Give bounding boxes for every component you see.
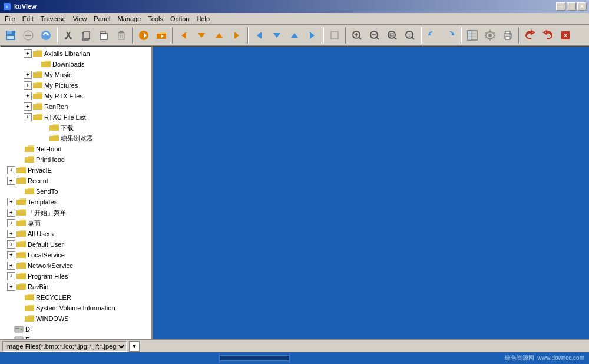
list-item[interactable]: + 「开始」菜单 [2, 207, 150, 218]
nav-up2-button[interactable] [286, 27, 303, 44]
expand-icon[interactable]: + [24, 102, 32, 111]
settings-button[interactable] [482, 27, 498, 44]
folder-icon [16, 166, 26, 174]
expand-icon[interactable]: + [7, 166, 15, 174]
undo-button[interactable] [522, 27, 538, 44]
panel-button[interactable] [464, 27, 481, 44]
folder-icon [33, 113, 42, 121]
expand-icon[interactable]: + [24, 49, 32, 58]
list-item[interactable]: + Axialis Librarian [2, 48, 150, 59]
expand-icon[interactable]: + [7, 272, 15, 280]
list-item[interactable]: + RenRen [2, 101, 150, 112]
list-item[interactable]: + RTXC File List [2, 112, 150, 123]
list-item[interactable]: PrintHood [2, 154, 150, 165]
list-item[interactable]: + RavBin [2, 282, 150, 292]
menu-option[interactable]: Option [167, 14, 193, 24]
list-item[interactable]: Downloads [2, 59, 150, 70]
expand-icon[interactable]: + [7, 230, 15, 238]
list-item[interactable]: D: [2, 324, 150, 335]
nav-next-button[interactable] [229, 27, 245, 44]
list-item[interactable]: + Program Files [2, 271, 150, 282]
svg-rect-6 [25, 35, 31, 36]
tree-label: System Volume Information [36, 305, 115, 312]
tree-label: My Music [44, 71, 71, 78]
menu-traverse[interactable]: Traverse [37, 14, 70, 24]
minimize-button[interactable]: ─ [556, 2, 565, 11]
redo-button[interactable] [540, 27, 556, 44]
list-item[interactable]: RECYCLER [2, 292, 150, 303]
app-exit-button[interactable]: X [557, 27, 574, 44]
folder-button[interactable] [153, 27, 170, 44]
folder-icon [25, 187, 34, 196]
expand-icon[interactable]: + [7, 209, 15, 217]
list-item[interactable]: 糖果浏览器 [2, 133, 150, 144]
list-item[interactable]: E: [2, 335, 150, 339]
rotate-right-button[interactable] [442, 27, 458, 44]
expand-icon[interactable]: + [7, 262, 15, 270]
nav-down-button[interactable] [193, 27, 210, 44]
list-item[interactable]: + Templates [2, 197, 150, 207]
rotate-left-button[interactable] [424, 27, 441, 44]
list-item[interactable]: + 桌面 [2, 218, 150, 229]
menu-view[interactable]: View [70, 14, 91, 24]
list-item[interactable]: + My Pictures [2, 80, 150, 91]
zoom-fit-button[interactable] [384, 27, 401, 44]
copy-button[interactable] [78, 27, 94, 44]
list-item[interactable]: + NetworkService [2, 260, 150, 271]
expand-icon[interactable]: + [24, 113, 32, 121]
expand-icon[interactable]: + [24, 92, 32, 100]
paste-button[interactable] [95, 27, 112, 44]
expand-icon[interactable]: + [7, 251, 15, 259]
nav-up-button[interactable] [211, 27, 227, 44]
file-filter-select[interactable]: Image Files(*.bmp;*.ico;*.jpg;*.jif;*.jp… [2, 341, 127, 352]
print-button[interactable] [499, 27, 516, 44]
zoom-in-button[interactable] [349, 27, 365, 44]
svg-rect-50 [468, 31, 472, 40]
list-item[interactable]: + Default User [2, 239, 150, 250]
close-button[interactable]: ✕ [577, 2, 587, 11]
expand-icon[interactable]: + [24, 81, 32, 90]
delete-button[interactable] [113, 27, 130, 44]
stop-button[interactable] [326, 27, 343, 44]
menu-panel[interactable]: Panel [90, 14, 114, 24]
save-button[interactable] [2, 27, 19, 44]
list-item[interactable]: + Recent [2, 176, 150, 186]
zoom-out-button[interactable] [366, 27, 383, 44]
expand-icon[interactable]: + [24, 71, 32, 79]
expand-icon[interactable]: + [7, 198, 15, 206]
menu-edit[interactable]: Edit [19, 14, 37, 24]
list-item[interactable]: NetHood [2, 144, 150, 154]
list-item[interactable]: + My RTX Files [2, 91, 150, 101]
list-item[interactable]: SendTo [2, 186, 150, 197]
nav-down2-button[interactable] [269, 27, 285, 44]
zoom-100-button[interactable]: 1:1 [402, 27, 418, 44]
list-item[interactable]: System Volume Information [2, 303, 150, 313]
list-item[interactable]: + PrivacIE [2, 165, 150, 176]
list-item[interactable]: WINDOWS [2, 313, 150, 324]
list-item[interactable]: + All Users [2, 229, 150, 239]
menu-file[interactable]: File [1, 14, 19, 24]
menu-tools[interactable]: Tools [144, 14, 167, 24]
nav-prev-button[interactable] [176, 27, 192, 44]
list-item[interactable]: + LocalService [2, 250, 150, 260]
expand-icon[interactable]: + [7, 177, 15, 185]
open-button[interactable] [135, 27, 152, 44]
tree-label: Templates [28, 198, 57, 206]
expand-icon[interactable]: + [7, 240, 15, 249]
nav-right-button[interactable] [304, 27, 320, 44]
restore-button[interactable]: □ [567, 2, 576, 11]
filter-dropdown-btn[interactable]: ▼ [129, 341, 140, 352]
tree-panel[interactable]: + Axialis Librarian Downloads + [0, 46, 152, 339]
nav-left-button[interactable] [251, 27, 267, 44]
cut-button[interactable] [60, 27, 77, 44]
list-item[interactable]: + My Music [2, 70, 150, 80]
remove-button[interactable] [20, 27, 37, 44]
tree-label: D: [25, 326, 32, 333]
statusbar: Image Files(*.bmp;*.ico;*.jpg;*.jif;*.jp… [0, 339, 589, 352]
expand-icon[interactable]: + [7, 283, 15, 291]
menu-manage[interactable]: Manage [114, 14, 145, 24]
list-item[interactable]: 下载 [2, 123, 150, 133]
expand-icon[interactable]: + [7, 219, 15, 227]
menu-help[interactable]: Help [193, 14, 213, 24]
refresh-button[interactable] [38, 27, 54, 44]
